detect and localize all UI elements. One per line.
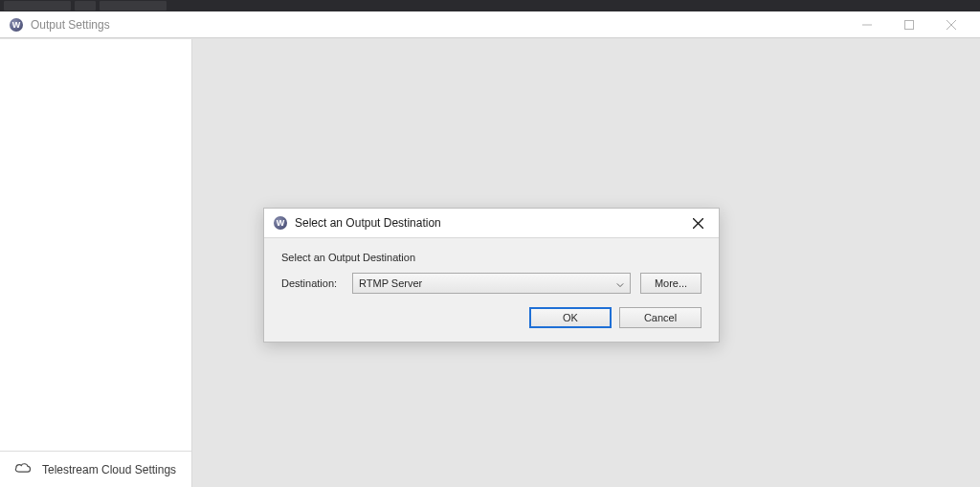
window-controls bbox=[846, 13, 972, 36]
minimize-button[interactable] bbox=[846, 13, 888, 36]
maximize-button[interactable] bbox=[888, 13, 930, 36]
main-area: Telestream Cloud Settings Select an Outp… bbox=[0, 38, 980, 487]
window-title: Output Settings bbox=[31, 18, 110, 32]
dialog-body: Select an Output Destination Destination… bbox=[264, 237, 719, 342]
destination-select-value: RTMP Server bbox=[359, 277, 422, 289]
window-titlebar: Output Settings bbox=[0, 11, 980, 38]
destination-label: Destination: bbox=[281, 277, 343, 289]
dialog-title: Select an Output Destination bbox=[295, 216, 441, 230]
ok-button[interactable]: OK bbox=[529, 307, 612, 328]
top-tab-stub bbox=[75, 1, 96, 11]
destination-select[interactable]: RTMP Server bbox=[352, 273, 631, 294]
wirecast-icon bbox=[10, 18, 23, 32]
top-tab-stub bbox=[4, 1, 71, 11]
destination-row: Destination: RTMP Server More... bbox=[281, 273, 702, 294]
sidebar-footer-label: Telestream Cloud Settings bbox=[42, 463, 176, 476]
sidebar: Telestream Cloud Settings bbox=[0, 39, 192, 487]
ok-button-label: OK bbox=[563, 312, 578, 323]
svg-rect-1 bbox=[905, 20, 914, 29]
app-top-strip bbox=[0, 0, 980, 11]
dialog-heading: Select an Output Destination bbox=[281, 252, 702, 263]
output-destination-dialog: Select an Output Destination Select an O… bbox=[263, 208, 720, 343]
content-pane: Select an Output Destination Select an O… bbox=[192, 39, 980, 487]
more-button-label: More... bbox=[655, 277, 687, 289]
cloud-icon bbox=[13, 461, 33, 477]
chevron-down-icon bbox=[616, 279, 624, 287]
more-button[interactable]: More... bbox=[640, 273, 702, 294]
cancel-button[interactable]: Cancel bbox=[619, 307, 702, 328]
telestream-cloud-settings-button[interactable]: Telestream Cloud Settings bbox=[0, 451, 191, 487]
wirecast-icon bbox=[274, 216, 287, 230]
cancel-button-label: Cancel bbox=[644, 312, 677, 323]
dialog-actions: OK Cancel bbox=[281, 307, 702, 328]
dialog-close-button[interactable] bbox=[686, 211, 709, 234]
close-button[interactable] bbox=[930, 13, 972, 36]
top-tab-stub bbox=[100, 1, 167, 11]
sidebar-empty-area bbox=[0, 39, 191, 451]
dialog-titlebar: Select an Output Destination bbox=[264, 209, 719, 237]
